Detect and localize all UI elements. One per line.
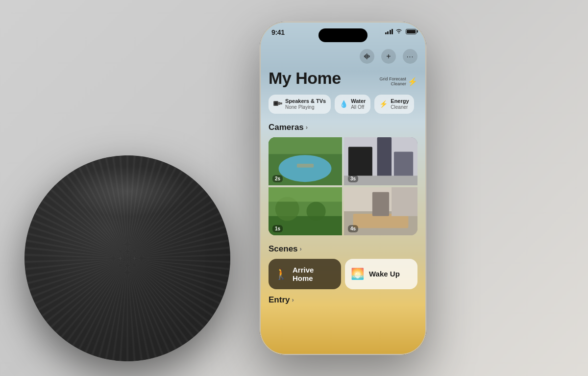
camera-4-timer: 4s — [348, 225, 358, 232]
camera-grid: 2s 3s — [269, 137, 417, 235]
wake-up-button[interactable]: 🌅 Wake Up — [345, 259, 417, 289]
arrive-home-icon: 🚶 — [274, 268, 288, 280]
entry-label: Entry — [269, 295, 290, 305]
cameras-label: Cameras — [269, 123, 304, 132]
energy-icon: ⚡ — [379, 100, 388, 108]
scenes-section-header[interactable]: Scenes › — [269, 244, 417, 254]
action-bar: + ··· — [269, 47, 417, 68]
homepod-device — [24, 155, 230, 361]
more-button[interactable]: ··· — [403, 49, 417, 64]
svg-rect-1 — [366, 54, 367, 58]
grid-forecast-line2: Cleaner — [379, 81, 406, 87]
svg-rect-9 — [280, 102, 282, 104]
svg-rect-28 — [392, 187, 417, 216]
speakers-chip-sublabel: None Playing — [285, 104, 326, 110]
svg-rect-23 — [269, 187, 342, 201]
svg-point-22 — [306, 201, 325, 221]
svg-rect-0 — [364, 55, 365, 57]
iphone-frame: 9:41 — [260, 22, 426, 355]
status-icons — [385, 28, 417, 35]
arrive-home-button[interactable]: 🚶 Arrive Home — [269, 259, 341, 289]
svg-point-11 — [279, 155, 332, 182]
water-chip[interactable]: 💧 Water All Off — [335, 95, 370, 114]
camera-cell-1[interactable]: 2s — [269, 137, 342, 185]
speakers-chip[interactable]: Speakers & TVs None Playing — [269, 95, 331, 114]
energy-chip[interactable]: ⚡ Energy Cleaner — [374, 95, 414, 114]
grid-forecast-line1: Grid Forecast — [379, 76, 406, 82]
wake-up-label: Wake Up — [369, 270, 400, 278]
energy-chip-label: Energy — [391, 98, 409, 104]
status-time: 9:41 — [271, 28, 285, 36]
water-chip-label: Water — [351, 98, 366, 104]
svg-rect-3 — [368, 54, 369, 58]
svg-rect-12 — [269, 137, 342, 154]
camera-3-timer: 1s — [272, 225, 283, 232]
svg-rect-2 — [367, 53, 368, 59]
wifi-icon — [395, 28, 402, 35]
energy-chip-sublabel: Cleaner — [391, 104, 409, 110]
grid-forecast-icon: ⚡ — [408, 77, 417, 86]
svg-rect-27 — [372, 192, 389, 216]
cameras-section-header[interactable]: Cameras › — [269, 123, 417, 132]
svg-rect-8 — [278, 102, 280, 105]
speakers-icon — [273, 100, 282, 108]
speakers-chip-label: Speakers & TVs — [285, 98, 326, 104]
scenes-arrow: › — [300, 245, 302, 252]
siri-button[interactable] — [360, 49, 374, 64]
svg-rect-13 — [297, 164, 314, 168]
svg-rect-4 — [369, 55, 370, 57]
arrive-home-label: Arrive Home — [293, 266, 335, 282]
svg-rect-7 — [275, 102, 277, 104]
camera-cell-4[interactable]: 4s — [344, 187, 417, 235]
cameras-arrow: › — [306, 124, 308, 131]
scenes-label: Scenes — [269, 244, 298, 254]
category-chips: Speakers & TVs None Playing 💧 Water All … — [269, 95, 417, 114]
camera-2-timer: 3s — [348, 175, 358, 182]
home-content: + ··· Grid Forecast Cleaner ⚡ — [260, 47, 426, 355]
water-icon: 💧 — [340, 100, 348, 108]
add-button[interactable]: + — [381, 49, 396, 64]
wake-up-icon: 🌅 — [351, 268, 364, 280]
camera-cell-2[interactable]: 3s — [344, 137, 417, 185]
iphone-screen: 9:41 — [260, 22, 426, 355]
signal-icon — [385, 29, 393, 34]
battery-icon — [406, 29, 416, 34]
camera-cell-3[interactable]: 1s — [269, 187, 342, 235]
entry-section-header[interactable]: Entry › — [269, 295, 417, 305]
grid-forecast-badge[interactable]: Grid Forecast Cleaner ⚡ — [379, 76, 417, 87]
scenes-section: Scenes › 🚶 Arrive Home 🌅 Wake Up — [269, 244, 417, 289]
water-chip-sublabel: All Off — [351, 104, 366, 110]
camera-1-timer: 2s — [272, 175, 283, 182]
scenes-row: 🚶 Arrive Home 🌅 Wake Up — [269, 259, 417, 289]
iphone-device: 9:41 — [260, 22, 426, 355]
entry-arrow: › — [292, 296, 294, 303]
dynamic-island — [318, 28, 368, 42]
